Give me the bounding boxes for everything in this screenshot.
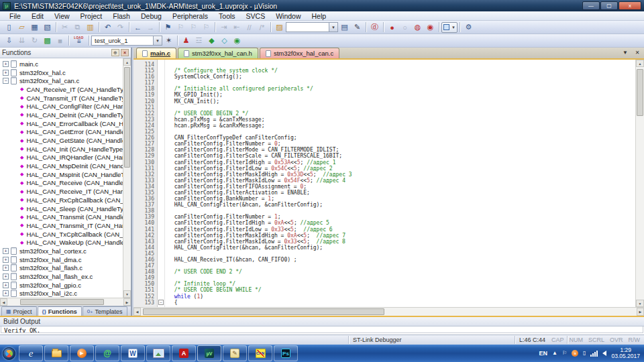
tab-close-icon[interactable]: ✕	[633, 50, 641, 56]
menu-flash[interactable]: Flash	[107, 11, 136, 21]
scroll-up-icon[interactable]: ▲	[636, 60, 644, 67]
menu-peripherals[interactable]: Peripherals	[167, 11, 213, 21]
clipboard-tray-icon[interactable]: ▯	[583, 351, 586, 356]
word-icon[interactable]: W	[121, 345, 145, 361]
fold-collapse-icon[interactable]: −	[158, 300, 164, 305]
code-line[interactable]: canFilterConfig.FilterScale = CAN_FILTER…	[168, 153, 635, 159]
scroll-right-icon[interactable]: ▶	[123, 298, 131, 306]
media-player-icon[interactable]: ▶	[70, 345, 94, 361]
cut-icon[interactable]: ✂	[59, 21, 71, 33]
code-line[interactable]: canFilterConfig.FilterNumber = 0;	[168, 141, 635, 147]
chevron-down-icon[interactable]: ▼	[329, 23, 337, 32]
code-line[interactable]: canFilterConfig.FilterIdHigh = 0xA<<5; /…	[168, 220, 635, 226]
chevron-down-icon[interactable]: ▼	[153, 36, 162, 45]
code-line[interactable]: canFilterConfig.FilterMaskIdLow = 0x54F<…	[168, 178, 635, 184]
indent-icon[interactable]: ⇥	[218, 21, 230, 33]
expand-icon[interactable]: +	[3, 274, 9, 280]
code-line[interactable]: canFilterConfig.FilterNumber = 1;	[168, 214, 635, 220]
menu-file[interactable]: File	[4, 11, 26, 21]
code-line[interactable]	[168, 80, 635, 86]
scroll-down-icon[interactable]: ▼	[636, 300, 644, 307]
code-line[interactable]	[168, 129, 635, 135]
paste-icon[interactable]: ▥	[85, 21, 97, 33]
expand-icon[interactable]: +	[3, 257, 9, 263]
collapse-icon[interactable]: −	[3, 78, 9, 84]
code-line[interactable]: /* USER CODE BEGIN WHILE */	[168, 287, 635, 293]
target-selector-combobox[interactable]: test_urok_1▼	[91, 36, 162, 46]
tree-file-item[interactable]: +stm32f0xx_hal_i2c.c	[0, 290, 123, 298]
target-options-icon[interactable]: ✶	[163, 35, 175, 46]
bookmark-prev-icon[interactable]: ⚐	[175, 21, 187, 33]
tree-function-item[interactable]: ◆CAN_Transmit_IT (CAN_HandleTyp	[0, 94, 123, 103]
language-indicator[interactable]: EN	[539, 350, 547, 357]
menu-help[interactable]: Help	[307, 11, 332, 21]
menu-project[interactable]: Project	[75, 11, 108, 21]
tree-function-item[interactable]: ◆HAL_CAN_GetError (CAN_HandleTy	[0, 128, 123, 137]
tree-function-item[interactable]: ◆HAL_CAN_Receive_IT (CAN_Handle	[0, 187, 123, 196]
hidden-icons-arrow-icon[interactable]: ▲	[552, 351, 557, 356]
code-line[interactable]: canFilterConfig.FilterIdLow = 0x33<<5; /…	[168, 227, 635, 233]
code-line[interactable]: /* USER CODE END 2 */	[168, 269, 635, 275]
code-line[interactable]: HAL_CAN_ConfigFilter(&hcan, &canFilterCo…	[168, 245, 635, 251]
tree-file-item[interactable]: −stm32f0xx_hal_can.c	[0, 76, 123, 85]
scroll-right-icon[interactable]: ▶	[637, 308, 644, 316]
menu-view[interactable]: View	[49, 11, 75, 21]
chevron-down-icon[interactable]: ▼	[451, 25, 455, 29]
code-line[interactable]: hcan.pTxMsg = &canTxMessage;	[168, 117, 635, 123]
find-in-files-icon[interactable]: ▤	[339, 21, 351, 33]
code-line[interactable]	[168, 105, 635, 111]
tree-function-item[interactable]: ◆HAL_CAN_Transmit_IT (CAN_Hand	[0, 221, 123, 230]
code-line[interactable]: {	[168, 300, 635, 306]
volume-icon[interactable]	[602, 351, 606, 356]
redo-icon[interactable]: ↷	[115, 21, 127, 33]
code-line[interactable]: /* Infinite loop */	[168, 281, 635, 287]
comment-icon[interactable]: //	[244, 21, 256, 33]
breakpoint-icon[interactable]: ●	[386, 21, 398, 33]
close-button[interactable]: x	[619, 1, 641, 10]
search-combobox[interactable]: ▼	[286, 22, 338, 32]
editor-scroll-thumb[interactable]	[637, 69, 643, 116]
editor-tab-stm32f0xx_hal_can.h[interactable]: stm32f0xx_hal_can.h	[178, 48, 258, 58]
mailru-agent-icon[interactable]: @	[95, 345, 119, 361]
tree-function-item[interactable]: ◆HAL_CAN_GetState (CAN_HandleTy	[0, 136, 123, 145]
tree-function-item[interactable]: ◆HAL_CAN_Receive (CAN_HandleTy	[0, 179, 123, 188]
code-line[interactable]: canFilterConfig.FilterMaskIdHigh = 0xA<<…	[168, 233, 635, 239]
code-line[interactable]: canFilterConfig.FilterActivation = ENABL…	[168, 190, 635, 196]
tree-scroll-thumb[interactable]	[124, 67, 130, 168]
menu-svcs[interactable]: SVCS	[241, 11, 271, 21]
tree-function-item[interactable]: ◆HAL_CAN_DeInit (CAN_HandleType	[0, 111, 123, 119]
code-line[interactable]: /* Configure the system clock */	[168, 68, 635, 74]
tree-function-item[interactable]: ◆HAL_CAN_TxCpltCallback (CAN_Ha	[0, 230, 123, 239]
tree-function-item[interactable]: ◆HAL_CAN_MspInit (CAN_HandleTy	[0, 170, 123, 179]
breakpoint-kill-icon[interactable]: ◍	[412, 21, 424, 33]
tree-hscroll-thumb[interactable]	[20, 299, 104, 305]
notes-editor-icon[interactable]: ✎	[223, 345, 247, 361]
breakpoint-disable-icon[interactable]: ○	[399, 21, 411, 33]
save-icon[interactable]: ▦	[29, 21, 41, 33]
expand-icon[interactable]: +	[3, 282, 9, 288]
tree-function-item[interactable]: ◆HAL_CAN_MspDeInit (CAN_Handle	[0, 162, 123, 170]
expand-icon[interactable]: +	[3, 290, 9, 296]
network-icon[interactable]	[590, 351, 598, 357]
scroll-left-icon[interactable]: ◀	[0, 298, 7, 306]
menu-edit[interactable]: Edit	[26, 11, 49, 21]
tree-function-item[interactable]: ◆HAL_CAN_ConfigFilter (CAN_Hand	[0, 102, 123, 111]
code-line[interactable]: canFilterConfig.FilterIdLow = 0x54C<<5; …	[168, 166, 635, 172]
start-debug-icon[interactable]: ⓓ	[369, 21, 381, 33]
photoshop-icon[interactable]: Ps	[274, 345, 298, 361]
tree-function-item[interactable]: ◆HAL_CAN_Sleep (CAN_HandleType	[0, 204, 123, 213]
internet-explorer-icon[interactable]: e	[19, 345, 43, 361]
tree-vertical-scrollbar[interactable]: ▲ ▼	[123, 58, 131, 298]
sidebar-tab-project[interactable]: ▦Project	[1, 306, 37, 316]
can-monitor-icon[interactable]: CAN	[248, 345, 272, 361]
image-viewer-icon[interactable]	[146, 345, 170, 361]
file-extensions-icon[interactable]: ☲	[193, 35, 205, 46]
pack-globe-icon[interactable]: ◉	[231, 35, 244, 46]
expand-icon[interactable]: +	[3, 265, 9, 271]
code-line[interactable]	[168, 275, 635, 281]
code-line[interactable]: /* Initialize all configured peripherals…	[168, 86, 635, 92]
stop-build-icon[interactable]: ■	[54, 35, 66, 46]
tree-function-item[interactable]: ◆HAL_CAN_WakeUp (CAN_HandleTy	[0, 238, 123, 247]
tree-function-item[interactable]: ◆HAL_CAN_RxCpltCallback (CAN_Ha	[0, 196, 123, 204]
code-text[interactable]: /* Configure the system clock */ SystemC…	[165, 60, 635, 307]
